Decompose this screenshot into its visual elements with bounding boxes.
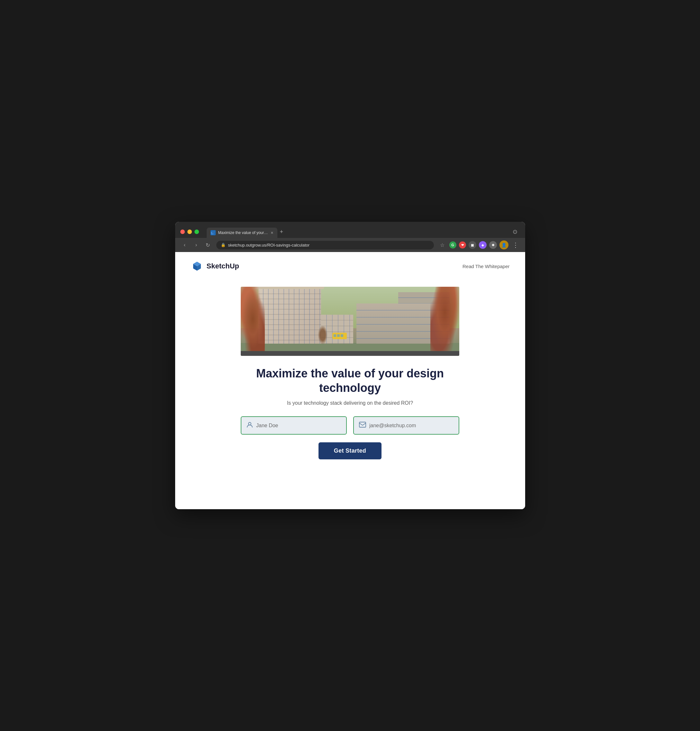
form-row: [241, 416, 459, 434]
main-content: Maximize the value of your design techno…: [175, 280, 525, 479]
browser-chrome: Maximize the value of your des × + ⊙ ‹ ›…: [175, 222, 525, 252]
ext5-icon[interactable]: ✱: [489, 241, 497, 249]
main-heading: Maximize the value of your design techno…: [254, 366, 446, 395]
name-input[interactable]: [256, 423, 341, 429]
hero-image: [241, 287, 459, 356]
email-icon: [359, 422, 366, 429]
logo-area: SketchUp: [191, 260, 239, 273]
email-input-wrapper: [353, 416, 459, 434]
active-tab[interactable]: Maximize the value of your des ×: [207, 228, 277, 238]
bookmark-icon[interactable]: ☆: [438, 241, 447, 250]
building-scene: [241, 287, 459, 356]
new-tab-button[interactable]: +: [277, 226, 286, 238]
toolbar-icons: ☆ G ❤ ▣ ◈ ✱ 👤 ⋮: [438, 241, 520, 250]
ext3-icon[interactable]: ▣: [469, 241, 476, 249]
browser-extras: ⊙: [510, 226, 520, 238]
tab-close-button[interactable]: ×: [271, 230, 273, 235]
get-started-button[interactable]: Get Started: [318, 442, 382, 459]
svg-point-7: [248, 423, 251, 425]
trees-right: [430, 287, 459, 351]
email-input[interactable]: [369, 423, 453, 429]
back-button[interactable]: ‹: [180, 241, 189, 250]
tab-bar: Maximize the value of your des × +: [207, 226, 508, 238]
tab-title: Maximize the value of your des: [218, 230, 269, 235]
minimize-traffic-light[interactable]: [187, 229, 192, 234]
reload-button[interactable]: ↻: [204, 241, 213, 250]
menu-icon[interactable]: ⋮: [511, 241, 520, 250]
browser-titlebar: Maximize the value of your des × + ⊙: [175, 222, 525, 238]
trees-left: [241, 287, 265, 351]
close-traffic-light[interactable]: [180, 229, 185, 234]
traffic-lights: [180, 229, 199, 234]
logo-text: SketchUp: [207, 262, 239, 270]
tree-mid: [318, 325, 327, 345]
building-left: [258, 289, 321, 343]
extensions-icon[interactable]: ⊙: [513, 229, 517, 235]
whitepaper-link[interactable]: Read The Whitepaper: [462, 264, 509, 269]
nav-buttons: ‹ › ↻: [180, 241, 213, 250]
profile-icon[interactable]: 👤: [499, 241, 508, 250]
sketchup-logo-icon: [191, 260, 204, 273]
url-text: sketchup.outgrow.us/ROI-savings-calculat…: [228, 243, 429, 248]
svg-rect-1: [212, 231, 215, 234]
browser-window: Maximize the value of your des × + ⊙ ‹ ›…: [175, 222, 525, 509]
tab-favicon: [210, 230, 216, 235]
subheading-text: Is your technology stack delivering on t…: [287, 400, 413, 406]
building-left-top: [255, 287, 325, 289]
heart-ext-icon[interactable]: ❤: [459, 241, 466, 248]
page-content: SketchUp Read The Whitepaper: [175, 252, 525, 509]
grammarly-icon[interactable]: G: [449, 241, 456, 248]
address-bar-row: ‹ › ↻ 🔒 sketchup.outgrow.us/ROI-savings-…: [175, 238, 525, 252]
lock-icon: 🔒: [221, 243, 226, 247]
maximize-traffic-light[interactable]: [194, 229, 199, 234]
svg-rect-8: [359, 422, 366, 427]
forward-button[interactable]: ›: [192, 241, 201, 250]
road: [241, 351, 459, 356]
bus: [332, 333, 347, 339]
address-bar[interactable]: 🔒 sketchup.outgrow.us/ROI-savings-calcul…: [216, 241, 434, 250]
name-input-wrapper: [241, 416, 347, 434]
person-icon: [247, 421, 253, 430]
site-header: SketchUp Read The Whitepaper: [175, 252, 525, 280]
ext4-icon[interactable]: ◈: [479, 241, 487, 249]
